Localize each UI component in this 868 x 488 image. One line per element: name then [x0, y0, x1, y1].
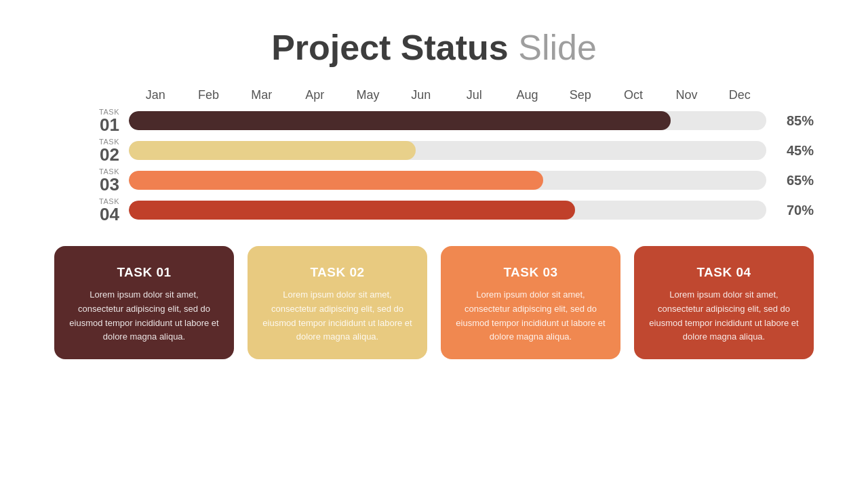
title-area: Project Status Slide	[271, 27, 597, 68]
month-label: Feb	[182, 88, 235, 102]
task-label: TASK01	[54, 108, 129, 134]
pct-label: 85%	[777, 113, 814, 129]
title-bold: Project Status	[271, 28, 509, 67]
month-row: JanFebMarAprMayJunJulAugSepOctNovDec	[129, 88, 766, 102]
card-text: Lorem ipsum dolor sit amet, consectetur …	[261, 288, 414, 344]
month-label: Jul	[448, 88, 500, 102]
progress-container	[129, 171, 766, 190]
progress-container	[129, 111, 766, 130]
card-04: TASK 04Lorem ipsum dolor sit amet, conse…	[634, 246, 814, 359]
task-row: TASK0470%	[54, 197, 814, 223]
pct-label: 65%	[777, 173, 814, 188]
progress-bar	[129, 171, 543, 190]
progress-bar	[129, 201, 575, 220]
chart-area: JanFebMarAprMayJunJulAugSepOctNovDec TAS…	[54, 88, 814, 227]
task-row: TASK0365%	[54, 167, 814, 193]
card-03: TASK 03Lorem ipsum dolor sit amet, conse…	[441, 246, 620, 359]
title-light: Slide	[509, 28, 597, 67]
card-title: TASK 04	[696, 265, 751, 280]
month-label: Oct	[607, 88, 660, 102]
month-label: May	[341, 88, 394, 102]
month-label: Dec	[713, 88, 766, 102]
progress-container	[129, 201, 766, 220]
progress-bar	[129, 111, 671, 130]
task-label: TASK03	[54, 167, 129, 193]
card-text: Lorem ipsum dolor sit amet, consectetur …	[68, 288, 220, 344]
task-label-num: 04	[54, 205, 119, 223]
card-01: TASK 01Lorem ipsum dolor sit amet, conse…	[54, 246, 234, 359]
month-label: Aug	[500, 88, 553, 102]
task-label-num: 01	[54, 116, 119, 134]
month-label: Sep	[554, 88, 607, 102]
pct-label: 45%	[777, 143, 814, 159]
card-title: TASK 02	[310, 265, 364, 280]
page: Project Status Slide JanFebMarAprMayJunJ…	[0, 0, 868, 488]
task-rows: TASK0185%TASK0245%TASK0365%TASK0470%	[54, 108, 814, 227]
task-label-num: 02	[54, 146, 119, 163]
month-label: Apr	[288, 88, 341, 102]
month-label: Jun	[395, 88, 448, 102]
cards-area: TASK 01Lorem ipsum dolor sit amet, conse…	[54, 246, 814, 359]
card-text: Lorem ipsum dolor sit amet, consectetur …	[648, 288, 800, 344]
pct-label: 70%	[777, 203, 814, 218]
progress-container	[129, 141, 766, 160]
card-02: TASK 02Lorem ipsum dolor sit amet, conse…	[248, 246, 427, 359]
task-label: TASK04	[54, 197, 129, 223]
month-label: Jan	[129, 88, 182, 102]
card-title: TASK 03	[503, 265, 557, 280]
card-title: TASK 01	[117, 265, 171, 280]
month-label: Nov	[660, 88, 713, 102]
task-label-num: 03	[54, 176, 119, 193]
task-row: TASK0185%	[54, 108, 814, 134]
month-label: Mar	[235, 88, 288, 102]
task-label: TASK02	[54, 138, 129, 163]
progress-bar	[129, 141, 416, 160]
card-text: Lorem ipsum dolor sit amet, consectetur …	[454, 288, 607, 344]
task-row: TASK0245%	[54, 138, 814, 163]
